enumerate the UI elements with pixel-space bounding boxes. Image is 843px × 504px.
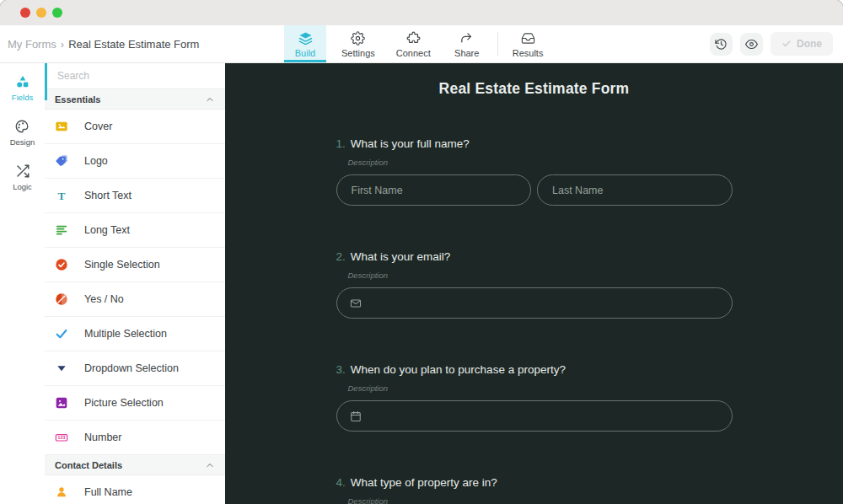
field-item-label: Multiple Selection xyxy=(84,328,167,340)
chevron-up-icon xyxy=(205,94,215,105)
form-title[interactable]: Real Estate Estimate Form xyxy=(225,80,843,98)
breadcrumb-my-forms[interactable]: My Forms xyxy=(8,38,56,51)
done-button[interactable]: Done xyxy=(771,32,833,56)
answer-input[interactable] xyxy=(369,297,719,310)
field-item-picture-selection[interactable]: Picture Selection xyxy=(45,386,225,421)
question-1[interactable]: 1.What is your full name?Description xyxy=(336,137,733,206)
question-text: What is your full name? xyxy=(351,137,470,150)
question-description[interactable]: Description xyxy=(348,271,733,281)
section-header-essentials[interactable]: Essentials xyxy=(45,89,225,110)
field-item-cover[interactable]: Cover xyxy=(45,110,225,144)
section-header-contact-details[interactable]: Contact Details xyxy=(45,455,225,475)
tab-build[interactable]: Build xyxy=(284,25,326,62)
question-number: 2. xyxy=(336,250,346,263)
long-text-icon xyxy=(55,223,68,237)
answer-field[interactable] xyxy=(336,287,733,319)
history-icon xyxy=(715,38,728,51)
field-item-logo[interactable]: Logo xyxy=(45,144,225,179)
search-input[interactable] xyxy=(56,69,211,83)
field-item-label: Single Selection xyxy=(84,259,160,271)
question-text: When do you plan to purchase a property? xyxy=(351,363,566,376)
shapes-icon xyxy=(15,74,30,89)
question-2[interactable]: 2.What is your email?Description xyxy=(336,249,733,319)
question-number: 1. xyxy=(336,137,346,150)
question-text-row[interactable]: 3.When do you plan to purchase a propert… xyxy=(336,362,733,378)
answer-field[interactable] xyxy=(336,400,733,432)
question-inputs xyxy=(336,287,733,319)
tab-bar: BuildSettingsConnectShareResults xyxy=(284,25,558,62)
layers-icon xyxy=(298,31,313,46)
answer-input[interactable] xyxy=(350,184,518,197)
top-toolbar: My Forms›Real Estate Estimate Form Build… xyxy=(0,25,843,63)
tab-connect[interactable]: Connect xyxy=(390,25,437,62)
answer-field[interactable] xyxy=(537,174,733,206)
question-description[interactable]: Description xyxy=(348,158,733,168)
inbox-icon xyxy=(521,31,535,46)
answer-input[interactable] xyxy=(550,184,719,197)
tab-bar-divider xyxy=(497,32,498,56)
field-item-label: Number xyxy=(84,432,121,443)
field-item-label: Full Name xyxy=(84,486,132,498)
svg-text:T: T xyxy=(58,190,66,202)
minimize-window-button[interactable] xyxy=(36,8,46,18)
active-tab-indicator xyxy=(45,63,47,100)
svg-text:123: 123 xyxy=(58,435,66,440)
app-window: My Forms›Real Estate Estimate Form Build… xyxy=(0,0,843,504)
field-item-dropdown-selection[interactable]: Dropdown Selection xyxy=(45,351,225,386)
question-text-row[interactable]: 1.What is your full name? xyxy=(336,137,733,152)
question-4[interactable]: 4.What type of property are in?Descripti… xyxy=(336,475,733,504)
field-item-label: Picture Selection xyxy=(84,397,164,409)
field-item-single-selection[interactable]: Single Selection xyxy=(45,248,225,282)
section-title: Contact Details xyxy=(55,460,122,470)
search-row xyxy=(45,63,225,89)
tab-settings[interactable]: Settings xyxy=(336,25,381,62)
done-button-label: Done xyxy=(797,38,822,50)
rail-item-label: Design xyxy=(10,137,35,147)
field-item-multiple-selection[interactable]: Multiple Selection xyxy=(45,317,225,351)
answer-input[interactable] xyxy=(369,410,719,423)
short-text-icon: T xyxy=(55,189,68,202)
question-text: What type of property are in? xyxy=(351,476,497,489)
preview-button[interactable] xyxy=(740,33,763,56)
chevron-up-icon xyxy=(205,460,215,470)
tab-results[interactable]: Results xyxy=(507,25,550,62)
history-button[interactable] xyxy=(710,33,733,56)
breadcrumb: My Forms›Real Estate Estimate Form xyxy=(8,38,199,51)
fields-panel: EssentialsCoverLogoTShort TextLong TextS… xyxy=(45,63,225,504)
question-description[interactable]: Description xyxy=(348,383,733,394)
zoom-window-button[interactable] xyxy=(52,8,62,18)
question-description[interactable]: Description xyxy=(348,496,733,504)
field-item-label: Logo xyxy=(84,155,108,167)
macos-titlebar xyxy=(0,0,843,25)
field-item-label: Cover xyxy=(84,121,112,132)
question-text-row[interactable]: 4.What type of property are in? xyxy=(336,475,733,491)
field-item-full-name[interactable]: Full Name xyxy=(45,475,225,504)
field-item-number[interactable]: 123Number xyxy=(45,421,225,455)
breadcrumb-form-name: Real Estate Estimate Form xyxy=(68,38,199,51)
question-number: 4. xyxy=(336,476,346,489)
question-inputs xyxy=(336,400,733,432)
question-text-row[interactable]: 2.What is your email? xyxy=(336,249,733,265)
tab-share[interactable]: Share xyxy=(446,25,488,62)
picture-icon xyxy=(55,396,68,410)
rail-item-label: Logic xyxy=(13,182,32,191)
field-item-label: Short Text xyxy=(84,190,132,201)
field-item-label: Yes / No xyxy=(84,293,124,305)
rail-item-design[interactable]: Design xyxy=(10,119,35,147)
tab-label: Connect xyxy=(396,48,431,58)
toolbar-actions: Done xyxy=(710,25,833,62)
rail-item-logic[interactable]: Logic xyxy=(13,164,32,191)
close-window-button[interactable] xyxy=(20,8,30,18)
rail-item-fields[interactable]: Fields xyxy=(12,74,33,102)
palette-icon xyxy=(14,119,30,134)
field-item-yes-no[interactable]: Yes / No xyxy=(45,282,225,317)
field-item-short-text[interactable]: TShort Text xyxy=(45,179,225,213)
tab-label: Results xyxy=(513,48,544,58)
tab-label: Build xyxy=(295,48,315,58)
question-3[interactable]: 3.When do you plan to purchase a propert… xyxy=(336,362,733,432)
tags-icon xyxy=(55,154,68,168)
field-item-label: Dropdown Selection xyxy=(84,362,179,374)
share-arrow-icon xyxy=(459,31,474,46)
field-item-long-text[interactable]: Long Text xyxy=(45,213,225,248)
answer-field[interactable] xyxy=(336,174,532,206)
